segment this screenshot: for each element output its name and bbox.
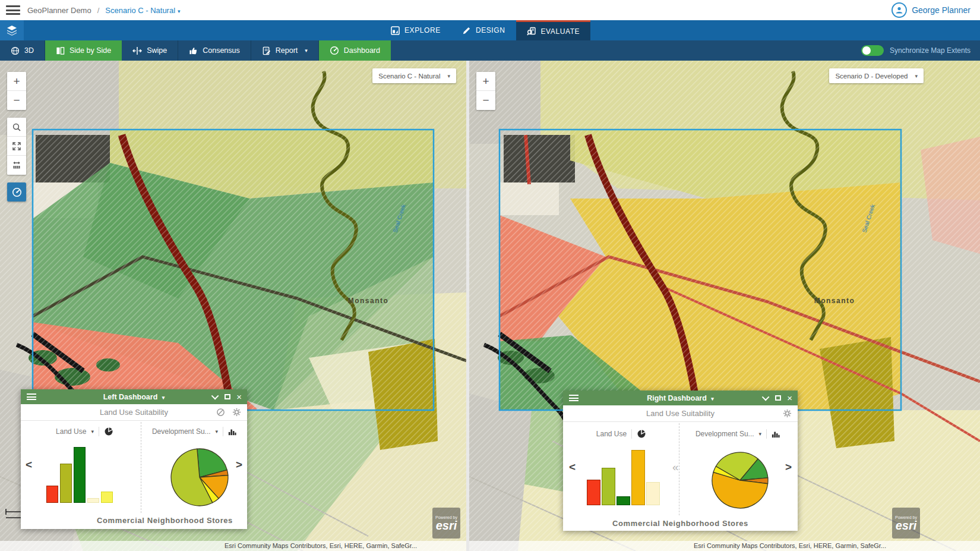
bar-segment (87, 498, 99, 503)
design-pencil-icon (462, 26, 471, 35)
maximize-icon[interactable] (775, 395, 781, 401)
pie-chart-type-icon[interactable] (637, 429, 646, 439)
3d-button[interactable]: 3D (0, 40, 45, 61)
user-name: George Planner (912, 5, 970, 15)
carousel-page-back-icon[interactable]: « (672, 461, 679, 474)
full-extent-button[interactable] (7, 137, 26, 156)
map-label-place: Monsanto (814, 297, 855, 305)
carousel-prev-button[interactable]: < (26, 458, 32, 471)
attribution-text: Esri Community Maps Contributors, Esri, … (225, 542, 417, 549)
caret-down-icon[interactable]: ▾ (759, 431, 762, 437)
sync-extents-toggle[interactable] (861, 45, 884, 56)
measure-icon (12, 160, 21, 170)
report-button[interactable]: Report ▾ (251, 40, 319, 61)
gauge-icon (12, 187, 22, 197)
bar-chart-type-icon[interactable] (772, 430, 780, 438)
settings-gear-icon[interactable] (783, 409, 792, 418)
caret-down-icon[interactable]: ▾ (91, 429, 94, 434)
right-scenario-selector[interactable]: Scenario D - Developed▾ (829, 68, 924, 83)
carousel-prev-button[interactable]: < (569, 461, 576, 474)
evaluate-icon (527, 27, 536, 36)
land-use-bar-chart (46, 447, 113, 503)
map-split-view: Monsanto Seal Creek + − (0, 61, 980, 551)
zoom-out-button[interactable]: − (7, 91, 26, 110)
measure-button[interactable] (7, 156, 26, 175)
widget-header-development-suitability: Development Su... ▾ (685, 427, 791, 441)
dashboard-tool-button[interactable] (7, 182, 26, 201)
breadcrumb-separator: / (97, 6, 100, 15)
left-map-controls: + − (7, 72, 26, 209)
widget-divider (679, 423, 679, 515)
globe-icon (11, 46, 20, 55)
chart-caption: Commercial Neighborhood Stores (563, 519, 798, 528)
left-dashboard-header[interactable]: Left Dashboard ▾ × (21, 389, 247, 404)
widget-header-land-use: Land Use ▾ (36, 424, 134, 439)
chart-caption: Commercial Neighborhood Stores (52, 516, 278, 525)
main-nav-bar: EXPLORE DESIGN EVALUATE (0, 20, 980, 40)
caret-down-icon: ▾ (711, 396, 714, 402)
right-attribution-bar: Esri Community Maps Contributors, Esri, … (469, 541, 980, 551)
dashboard-button[interactable]: Dashboard (319, 40, 391, 61)
user-avatar-icon (892, 2, 907, 18)
left-dashboard-panel: Left Dashboard ▾ × Land Use Suitability … (21, 389, 247, 529)
dashboard-menu-icon[interactable] (27, 393, 36, 400)
left-map-pane: Monsanto Seal Creek + − (0, 61, 466, 551)
bar-segment (587, 480, 600, 505)
bar-segment (617, 496, 630, 505)
user-menu[interactable]: George Planner (892, 2, 970, 18)
bar-segment (60, 464, 72, 503)
expand-arrows-icon (12, 141, 21, 151)
attribution-text: Esri Community Maps Contributors, Esri, … (694, 542, 886, 549)
pie-chart-type-icon[interactable] (104, 427, 113, 436)
widget-header-land-use: Land Use (574, 427, 669, 441)
breadcrumb-scenario-dropdown[interactable]: Scenario C - Natural▾ (105, 6, 180, 15)
side-by-side-icon (56, 46, 65, 55)
breadcrumb-project: GeoPlanner Demo (27, 6, 91, 15)
tab-explore[interactable]: EXPLORE (380, 20, 451, 40)
left-scenario-selector[interactable]: Scenario C - Natural▾ (372, 68, 456, 83)
carousel-next-button[interactable]: > (785, 461, 792, 474)
development-suitability-pie-chart (170, 448, 229, 507)
bar-segment (46, 486, 58, 503)
zoom-out-button[interactable]: − (476, 91, 495, 110)
close-icon[interactable]: × (787, 393, 792, 402)
close-icon[interactable]: × (236, 392, 242, 401)
tab-evaluate[interactable]: EVALUATE (516, 20, 591, 40)
caret-down-icon: ▾ (447, 73, 450, 79)
maximize-icon[interactable] (225, 394, 230, 399)
widget-header-development-suitability: Development Su... ▾ (144, 424, 244, 439)
side-by-side-button[interactable]: Side by Side (45, 40, 122, 61)
visibility-off-icon[interactable] (216, 408, 225, 417)
map-label-place: Monsanto (348, 297, 389, 305)
thumbs-up-icon (189, 46, 198, 55)
bar-chart-type-icon[interactable] (228, 427, 236, 436)
gauge-icon (330, 46, 339, 55)
consensus-button[interactable]: Consensus (178, 40, 251, 61)
esri-logo: Powered by esri (432, 508, 460, 539)
zoom-in-button[interactable]: + (7, 72, 26, 91)
carousel-next-button[interactable]: > (236, 458, 242, 471)
caret-down-icon[interactable]: ▾ (216, 429, 219, 434)
search-icon (12, 122, 21, 132)
caret-down-icon: ▾ (305, 48, 308, 53)
esri-logo: Powered by esri (892, 508, 920, 539)
panel-title: Land Use Suitability (21, 408, 247, 417)
bar-segment (646, 482, 660, 505)
caret-down-icon: ▾ (162, 395, 165, 401)
layers-button[interactable] (0, 20, 24, 40)
search-button[interactable] (7, 118, 26, 137)
bar-segment (631, 450, 645, 505)
explore-icon (391, 26, 400, 35)
right-dashboard-header[interactable]: Right Dashboard ▾ × (563, 391, 798, 405)
development-suitability-pie-chart (710, 451, 770, 510)
tab-design[interactable]: DESIGN (451, 20, 516, 40)
app-menu-icon[interactable] (6, 5, 20, 15)
bar-segment (101, 492, 113, 503)
panel-title-row: Land Use Suitability (21, 404, 247, 421)
dashboard-menu-icon[interactable] (569, 395, 578, 401)
zoom-in-button[interactable]: + (476, 72, 495, 91)
settings-gear-icon[interactable] (232, 408, 241, 417)
swipe-button[interactable]: Swipe (122, 40, 178, 61)
sync-extents-control: Synchronize Map Extents (861, 40, 970, 61)
widget-divider (141, 422, 141, 513)
